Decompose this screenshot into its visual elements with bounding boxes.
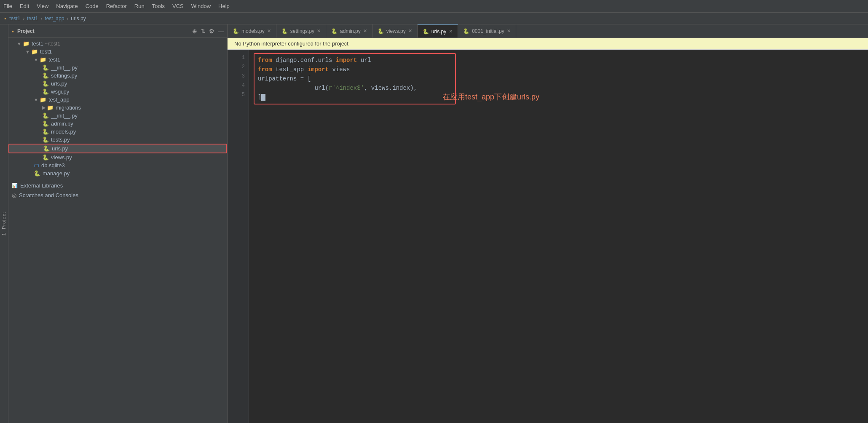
project-title: Project: [17, 28, 189, 34]
tree-wsgi-label: wsgi.py: [51, 88, 69, 95]
tree-init-app-label: __init__.py: [51, 112, 78, 119]
breadcrumb-test-app[interactable]: test_app: [45, 16, 64, 21]
scratches-icon: ◎: [12, 192, 16, 198]
tab-views-label: views.py: [386, 28, 406, 34]
tab-admin-close[interactable]: ✕: [363, 28, 367, 34]
code-editor[interactable]: 1 2 3 4 5 from django.conf.urls import u…: [228, 50, 868, 423]
tree-init-py[interactable]: 🐍 __init__.py: [8, 64, 227, 72]
py-file-icon-11: 🐍: [34, 170, 40, 177]
tab-initial-icon: 🐍: [463, 28, 469, 34]
menu-view[interactable]: View: [37, 3, 48, 9]
menu-navigate[interactable]: Navigate: [56, 3, 78, 9]
tree-views-py[interactable]: 🐍 views.py: [8, 153, 227, 161]
tab-admin-icon: 🐍: [331, 28, 338, 34]
tree-urls-root-label: urls.py: [51, 80, 67, 87]
menu-run[interactable]: Run: [134, 3, 145, 9]
tree-views-label: views.py: [51, 154, 72, 161]
code-line-4: url(r'^index$', views.index),: [258, 83, 452, 93]
tree-urls-py-root[interactable]: 🐍 urls.py: [8, 80, 227, 88]
editor-tabs: 🐍 models.py ✕ 🐍 settings.py ✕ 🐍 admin.py…: [228, 24, 868, 38]
tree-migrations[interactable]: ▶ 📁 migrations: [8, 104, 227, 112]
tab-urls-label: urls.py: [431, 29, 446, 35]
breadcrumb-test1[interactable]: test1: [27, 16, 38, 21]
tree-db-sqlite[interactable]: 🗃 db.sqlite3: [8, 161, 227, 169]
text-cursor: [261, 94, 265, 101]
code-block: from django.conf.urls import url from te…: [254, 53, 456, 104]
external-libraries[interactable]: 📊 External Libraries: [8, 181, 227, 190]
tree-test1-folder[interactable]: ▼ 📁 test1: [8, 48, 227, 56]
tree-tests-py[interactable]: 🐍 tests.py: [8, 136, 227, 144]
sidebar-tab[interactable]: 1: Project: [0, 24, 8, 423]
sidebar-tab-label: 1: Project: [2, 212, 7, 236]
tree-models-py[interactable]: 🐍 models.py: [8, 128, 227, 136]
code-line-2: from test_app import views: [258, 65, 452, 74]
folder-icon: ▪: [4, 16, 6, 21]
menu-refactor[interactable]: Refactor: [106, 3, 127, 9]
menu-code[interactable]: Code: [86, 3, 99, 9]
menu-window[interactable]: Window: [191, 3, 211, 9]
menu-tools[interactable]: Tools: [152, 3, 165, 9]
warning-banner: No Python interpreter configured for the…: [228, 38, 868, 50]
tab-models[interactable]: 🐍 models.py ✕: [228, 24, 276, 37]
line-num-2: 2: [228, 62, 248, 72]
py-file-icon-6: 🐍: [42, 120, 49, 127]
tree-init-app[interactable]: 🐍 __init__.py: [8, 112, 227, 120]
settings-icon[interactable]: ⚙: [209, 28, 214, 35]
expand-arrow-3: ▼: [34, 57, 38, 62]
tree-urls-py-selected[interactable]: 🐍 urls.py: [8, 144, 227, 153]
tab-settings[interactable]: 🐍 settings.py ✕: [276, 24, 326, 37]
menu-vcs[interactable]: VCS: [172, 3, 184, 9]
menu-edit[interactable]: Edit: [20, 3, 29, 9]
tab-urls-close[interactable]: ✕: [449, 29, 453, 34]
editor-area: 🐍 models.py ✕ 🐍 settings.py ✕ 🐍 admin.py…: [228, 24, 868, 423]
tree-wsgi-py[interactable]: 🐍 wsgi.py: [8, 88, 227, 96]
expand-icon[interactable]: ⇅: [201, 28, 206, 35]
menu-help[interactable]: Help: [218, 3, 230, 9]
py-file-icon-5: 🐍: [42, 112, 49, 119]
tree-init-label: __init__.py: [51, 64, 78, 71]
tab-admin[interactable]: 🐍 admin.py ✕: [326, 24, 372, 37]
tab-models-label: models.py: [241, 28, 265, 34]
tab-admin-label: admin.py: [340, 28, 361, 34]
locate-icon[interactable]: ⊕: [192, 28, 197, 35]
tab-models-close[interactable]: ✕: [267, 28, 271, 34]
scratches-consoles[interactable]: ◎ Scratches and Consoles: [8, 190, 227, 200]
tree-test-app-folder[interactable]: ▼ 📁 test_app: [8, 96, 227, 104]
tree-inner-test1-label: test1: [48, 56, 60, 63]
tab-views[interactable]: 🐍 views.py ✕: [372, 24, 418, 37]
tab-views-icon: 🐍: [378, 28, 384, 34]
tab-settings-label: settings.py: [290, 28, 314, 34]
code-content[interactable]: from django.conf.urls import url from te…: [249, 50, 868, 423]
project-panel: ▪ Project ⊕ ⇅ ⚙ — ▼ 📁 test1 ~/test1 ▼ 📁 …: [8, 24, 228, 423]
tab-settings-icon: 🐍: [281, 28, 288, 34]
tab-initial[interactable]: 🐍 0001_initial.py ✕: [458, 24, 516, 37]
breadcrumb-current: urls.py: [71, 16, 86, 21]
expand-arrow-4: ▼: [34, 97, 38, 102]
expand-arrow-2: ▼: [25, 49, 30, 54]
tree-settings-py[interactable]: 🐍 settings.py: [8, 72, 227, 80]
project-folder-icon: ▪: [12, 28, 14, 35]
tab-views-close[interactable]: ✕: [408, 28, 412, 34]
tree-tests-label: tests.py: [51, 137, 70, 143]
tree-root-label: test1 ~/test1: [32, 40, 60, 47]
menu-file[interactable]: File: [3, 3, 12, 9]
breadcrumb-root[interactable]: test1: [9, 16, 20, 21]
code-line-1: from django.conf.urls import url: [258, 56, 452, 65]
tab-initial-close[interactable]: ✕: [507, 28, 511, 34]
line-num-3: 3: [228, 72, 248, 81]
py-file-icon-3: 🐍: [42, 80, 49, 87]
folder-icon-2: 📁: [31, 48, 38, 55]
tree-admin-py[interactable]: 🐍 admin.py: [8, 120, 227, 128]
tree-admin-label: admin.py: [51, 120, 73, 127]
scratches-label: Scratches and Consoles: [19, 192, 78, 198]
close-panel-icon[interactable]: —: [218, 28, 224, 35]
tab-urls[interactable]: 🐍 urls.py ✕: [418, 24, 458, 37]
tab-settings-close[interactable]: ✕: [317, 28, 321, 34]
py-file-icon-4: 🐍: [42, 88, 49, 95]
tree-inner-test1[interactable]: ▼ 📁 test1: [8, 56, 227, 64]
tree-manage-label: manage.py: [43, 170, 70, 177]
collapse-arrow-mig: ▶: [42, 105, 46, 110]
tree-manage-py[interactable]: 🐍 manage.py: [8, 169, 227, 177]
folder-icon-5: 📁: [47, 104, 54, 111]
tree-root[interactable]: ▼ 📁 test1 ~/test1: [8, 40, 227, 48]
